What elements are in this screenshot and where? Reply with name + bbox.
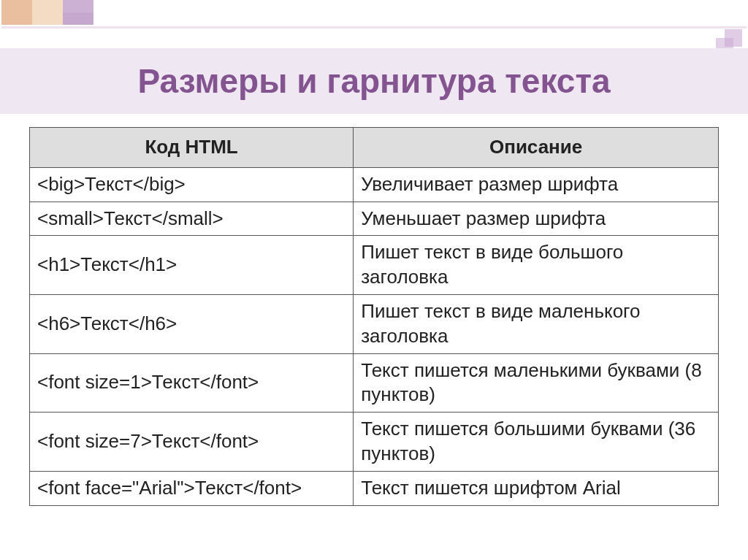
header-code: Код HTML — [30, 128, 354, 168]
decorative-top-bar — [0, 0, 748, 26]
header-desc: Описание — [354, 128, 719, 168]
deco-line — [1, 26, 747, 28]
html-size-table: Код HTML Описание <big>Текст</big> Увели… — [29, 127, 719, 506]
deco-block — [1, 0, 32, 25]
table-row: <h1>Текст</h1> Пишет текст в виде большо… — [30, 236, 719, 295]
cell-desc: Текст пишется шрифтом Arial — [354, 471, 719, 505]
table-row: <big>Текст</big> Увеличивает размер шриф… — [30, 167, 719, 202]
cell-code: <font face="Arial">Текст</font> — [30, 471, 354, 505]
cell-code: <font size=7>Текст</font> — [30, 413, 354, 472]
cell-code: <big>Текст</big> — [30, 167, 354, 202]
table-container: Код HTML Описание <big>Текст</big> Увели… — [29, 127, 719, 506]
table-row: <small>Текст</small> Уменьшает размер шр… — [30, 202, 719, 236]
table-header-row: Код HTML Описание — [30, 128, 719, 168]
cell-code: <h1>Текст</h1> — [30, 236, 354, 295]
deco-block — [32, 0, 63, 25]
table-row: <font face="Arial">Текст</font> Текст пи… — [30, 471, 719, 505]
cell-desc: Текст пишется большими буквами (36 пункт… — [354, 413, 719, 472]
cell-code: <font size=1>Текст</font> — [30, 353, 354, 413]
cell-desc: Пишет текст в виде маленького заголовка — [354, 294, 719, 353]
cell-desc: Увеличивает размер шрифта — [354, 167, 719, 202]
slide-title: Размеры и гарнитура текста — [0, 61, 748, 101]
title-band: Размеры и гарнитура текста — [0, 48, 748, 114]
table-row: <font size=7>Текст</font> Текст пишется … — [30, 413, 719, 472]
cell-desc: Текст пишется маленькими буквами (8 пунк… — [354, 353, 719, 413]
cell-code: <small>Текст</small> — [30, 202, 354, 236]
table-row: <h6>Текст</h6> Пишет текст в виде малень… — [30, 294, 719, 353]
cell-code: <h6>Текст</h6> — [30, 294, 354, 353]
deco-block — [63, 12, 94, 25]
cell-desc: Пишет текст в виде большого заголовка — [354, 236, 719, 295]
table-row: <font size=1>Текст</font> Текст пишется … — [30, 353, 719, 413]
cell-desc: Уменьшает размер шрифта — [354, 202, 719, 236]
